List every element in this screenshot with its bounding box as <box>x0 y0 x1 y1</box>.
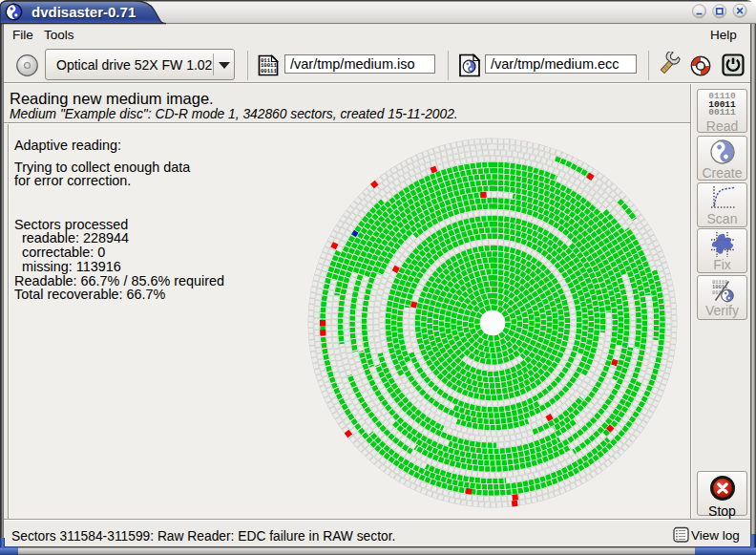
svg-text:00111: 00111 <box>261 68 277 75</box>
